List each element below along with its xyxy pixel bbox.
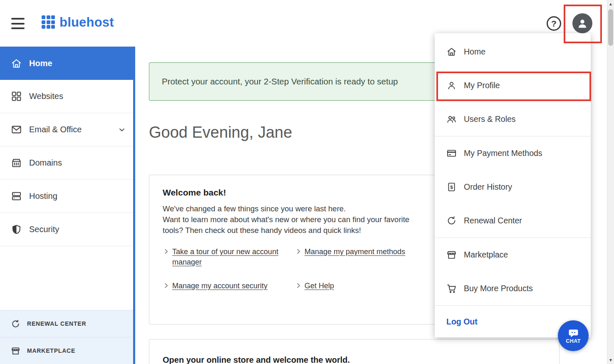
question-mark-icon: ? bbox=[551, 19, 557, 29]
scrollbar-up-arrow[interactable]: ▲ bbox=[607, 0, 614, 7]
sidebar-item-home[interactable]: Home bbox=[0, 47, 135, 80]
websites-grid-icon bbox=[11, 91, 22, 102]
document-dollar-icon: $ bbox=[446, 182, 457, 192]
quick-links: Take a tour of your new account manager … bbox=[163, 247, 433, 291]
greeting-heading: Good Evening, Jane bbox=[149, 124, 292, 141]
people-icon bbox=[446, 114, 457, 124]
building-icon bbox=[11, 157, 22, 168]
bluehost-logo-icon bbox=[42, 15, 55, 29]
account-dropdown-menu: Home My Profile Users & Roles bbox=[435, 33, 591, 337]
quick-link-tour[interactable]: Take a tour of your new account manager bbox=[163, 247, 295, 267]
quick-link-get-help[interactable]: Get Help bbox=[295, 281, 433, 291]
sidebar-item-hosting[interactable]: Hosting bbox=[0, 180, 135, 213]
storefront-icon bbox=[446, 250, 457, 260]
menu-item-label: Order History bbox=[464, 182, 512, 192]
quick-link-label: Get Help bbox=[305, 281, 334, 291]
sidebar-footer-label: RENEWAL CENTER bbox=[27, 320, 86, 327]
scrollbar-thumb[interactable] bbox=[608, 9, 613, 46]
account-avatar-button[interactable] bbox=[572, 13, 592, 33]
menu-item-label: Users & Roles bbox=[464, 114, 516, 124]
menu-item-label: Home bbox=[464, 47, 485, 57]
menu-item-label: Marketplace bbox=[464, 250, 508, 260]
menu-item-order-history[interactable]: $ Order History bbox=[435, 170, 591, 204]
welcome-body-rest: Want to learn more about what's new or w… bbox=[163, 214, 412, 236]
sidebar-item-renewal-center[interactable]: RENEWAL CENTER bbox=[0, 310, 135, 337]
menu-item-home[interactable]: Home bbox=[435, 35, 591, 69]
chat-button[interactable]: CHAT bbox=[558, 320, 589, 351]
svg-text:$: $ bbox=[450, 185, 453, 190]
logout-label: Log Out bbox=[446, 317, 478, 327]
credit-card-icon bbox=[446, 148, 457, 158]
menu-item-label: My Payment Methods bbox=[464, 149, 542, 158]
server-icon bbox=[11, 191, 22, 202]
quick-link-account-security[interactable]: Manage my account security bbox=[163, 281, 295, 291]
chat-button-label: CHAT bbox=[566, 338, 580, 344]
shield-icon bbox=[11, 224, 22, 235]
chevron-right-icon bbox=[295, 248, 302, 255]
quick-link-label: Manage my account security bbox=[172, 281, 267, 291]
scrollbar-down-arrow[interactable]: ▼ bbox=[607, 357, 614, 364]
sidebar-item-label: Security bbox=[29, 225, 59, 234]
sidebar-footer-label: MARKETPLACE bbox=[27, 347, 75, 354]
sidebar-item-email-office[interactable]: Email & Office bbox=[0, 113, 135, 146]
cart-icon bbox=[446, 283, 457, 294]
envelope-icon bbox=[11, 124, 22, 135]
menu-group-billing: My Payment Methods $ Order History Renew… bbox=[435, 136, 591, 238]
user-avatar-icon bbox=[576, 17, 589, 30]
menu-item-marketplace[interactable]: Marketplace bbox=[435, 238, 591, 272]
sidebar-footer: RENEWAL CENTER MARKETPLACE bbox=[0, 310, 135, 364]
bluehost-logo-text: bluehost bbox=[59, 16, 114, 29]
sidebar-item-marketplace[interactable]: MARKETPLACE bbox=[0, 337, 135, 364]
storefront-icon bbox=[11, 346, 20, 356]
menu-item-my-profile[interactable]: My Profile bbox=[435, 69, 591, 102]
bluehost-dashboard: bluehost ? Home Websites bbox=[0, 0, 614, 364]
sidebar-item-label: Domains bbox=[29, 158, 62, 168]
store-promo-card: Open your online store and welcome the w… bbox=[149, 339, 560, 364]
sidebar-accent-bar bbox=[133, 47, 135, 364]
refresh-icon bbox=[446, 215, 457, 226]
chevron-right-icon bbox=[295, 282, 302, 289]
home-icon bbox=[11, 58, 22, 69]
chevron-right-icon bbox=[163, 248, 170, 255]
chat-bubble-icon bbox=[568, 328, 579, 339]
sidebar-item-websites[interactable]: Websites bbox=[0, 80, 135, 113]
sidebar-item-label: Email & Office bbox=[29, 125, 82, 134]
menu-item-users-roles[interactable]: Users & Roles bbox=[435, 102, 591, 136]
menu-item-buy-more-products[interactable]: Buy More Products bbox=[435, 272, 591, 305]
store-promo-title: Open your online store and welcome the w… bbox=[163, 355, 546, 364]
sidebar-item-label: Home bbox=[29, 59, 52, 68]
sidebar-item-label: Websites bbox=[29, 92, 63, 101]
menu-item-my-payment-methods[interactable]: My Payment Methods bbox=[435, 136, 591, 170]
sidebar-item-domains[interactable]: Domains bbox=[0, 146, 135, 180]
chevron-down-icon bbox=[118, 126, 126, 134]
menu-item-label: My Profile bbox=[464, 81, 500, 90]
sidebar-item-security[interactable]: Security bbox=[0, 213, 135, 246]
refresh-icon bbox=[11, 319, 20, 329]
chevron-right-icon bbox=[163, 282, 170, 289]
quick-link-label: Take a tour of your new account manager bbox=[172, 247, 285, 267]
page-scrollbar[interactable]: ▲ ▼ bbox=[607, 0, 614, 364]
menu-item-renewal-center[interactable]: Renewal Center bbox=[435, 204, 591, 238]
person-icon bbox=[446, 80, 457, 91]
verification-banner-text: Protect your account, your 2-Step Verifi… bbox=[162, 77, 398, 87]
menu-item-label: Buy More Products bbox=[464, 284, 533, 293]
sidebar-nav: Home Websites Email & Office Domains bbox=[0, 47, 135, 364]
quick-link-label: Manage my payment methods bbox=[305, 247, 405, 257]
menu-item-label: Renewal Center bbox=[464, 216, 522, 225]
menu-group-shop: Marketplace Buy More Products bbox=[435, 238, 591, 305]
help-button[interactable]: ? bbox=[547, 16, 561, 31]
menu-toggle-button[interactable] bbox=[11, 18, 25, 29]
menu-group-account: Home My Profile Users & Roles bbox=[435, 35, 591, 136]
bluehost-logo[interactable]: bluehost bbox=[42, 15, 114, 29]
sidebar-item-label: Hosting bbox=[29, 191, 57, 201]
quick-link-payment-methods[interactable]: Manage my payment methods bbox=[295, 247, 433, 267]
home-icon bbox=[446, 47, 457, 57]
